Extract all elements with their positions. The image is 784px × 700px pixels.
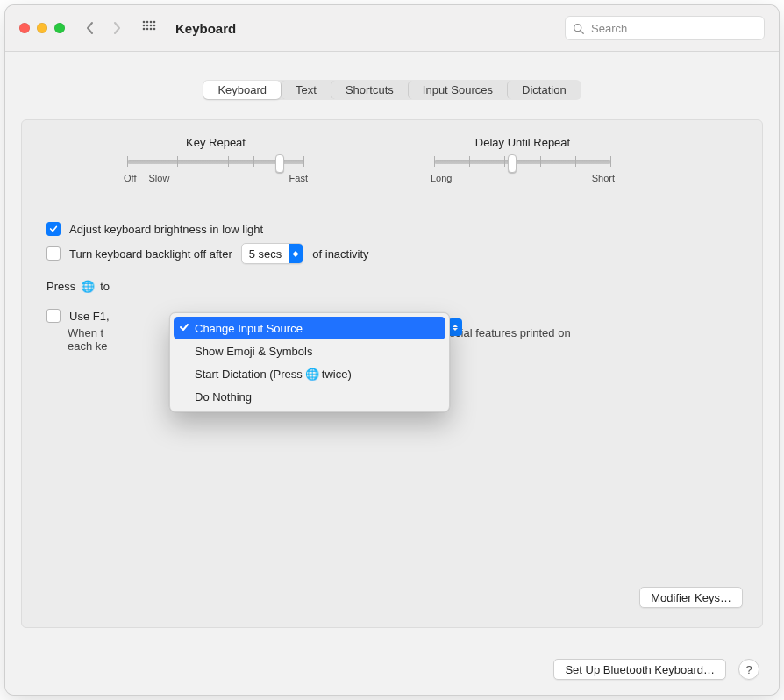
globe-key-icon: 🌐 xyxy=(305,368,319,381)
window-controls xyxy=(19,23,65,33)
svg-point-0 xyxy=(143,20,146,23)
svg-point-10 xyxy=(150,27,153,30)
use-fkeys-desc-part1: When t xyxy=(68,326,103,339)
tab-input-sources[interactable]: Input Sources xyxy=(408,81,507,99)
zoom-window-button[interactable] xyxy=(54,23,65,33)
checkmark-icon xyxy=(179,322,189,335)
key-repeat-slider[interactable] xyxy=(127,160,304,164)
use-fkeys-desc-line2: each ke xyxy=(68,339,108,353)
modifier-keys-button[interactable]: Modifier Keys… xyxy=(639,587,743,608)
key-repeat-label-slow: Slow xyxy=(148,173,169,183)
setup-bluetooth-keyboard-button[interactable]: Set Up Bluetooth Keyboard… xyxy=(553,659,726,680)
press-globe-menu: Change Input Source Show Emoji & Symbols… xyxy=(169,312,450,412)
grid-icon xyxy=(142,20,156,34)
menu-item-label: Change Input Source xyxy=(195,322,303,335)
key-repeat-label-off: Off xyxy=(124,173,136,183)
backlight-off-checkbox[interactable] xyxy=(46,246,61,261)
window-title: Keyboard xyxy=(175,21,236,36)
delay-until-repeat-slider[interactable] xyxy=(434,160,611,164)
delay-until-repeat-thumb[interactable] xyxy=(508,154,517,173)
tab-text[interactable]: Text xyxy=(281,81,331,99)
svg-point-11 xyxy=(153,27,156,30)
menu-item-label: Show Emoji & Symbols xyxy=(195,345,312,358)
menu-item-do-nothing[interactable]: Do Nothing xyxy=(174,385,445,408)
svg-point-9 xyxy=(146,27,149,30)
settings-panel: Key Repeat Off Slow Fast Delay Unti xyxy=(21,119,763,628)
menu-item-show-emoji-symbols[interactable]: Show Emoji & Symbols xyxy=(174,339,445,362)
svg-point-1 xyxy=(146,20,149,23)
forward-button[interactable] xyxy=(112,21,121,35)
press-globe-label-after: to xyxy=(100,280,110,293)
titlebar: Keyboard xyxy=(5,5,779,52)
key-repeat-thumb[interactable] xyxy=(275,154,284,173)
backlight-off-popup[interactable]: 5 secs xyxy=(241,243,304,264)
svg-point-5 xyxy=(146,24,149,26)
close-window-button[interactable] xyxy=(19,23,30,33)
press-globe-row: Press 🌐 to xyxy=(46,280,738,293)
tab-dictation[interactable]: Dictation xyxy=(507,81,581,99)
key-repeat-title: Key Repeat xyxy=(124,136,308,149)
delay-until-repeat-title: Delay Until Repeat xyxy=(431,136,615,149)
back-button[interactable] xyxy=(86,21,95,35)
prefpane-body: Keyboard Text Shortcuts Input Sources Di… xyxy=(5,52,779,695)
adjust-brightness-checkbox[interactable] xyxy=(46,222,61,236)
press-globe-popup-stepper-icon xyxy=(448,318,462,336)
sliders-row: Key Repeat Off Slow Fast Delay Unti xyxy=(46,136,738,183)
svg-point-4 xyxy=(143,24,146,26)
globe-key-icon: 🌐 xyxy=(81,280,95,293)
tab-shortcuts[interactable]: Shortcuts xyxy=(331,81,408,99)
chevron-left-icon xyxy=(86,21,95,35)
footer: Set Up Bluetooth Keyboard… ? xyxy=(5,659,779,680)
key-repeat-label-fast: Fast xyxy=(289,173,308,183)
adjust-brightness-row: Adjust keyboard brightness in low light xyxy=(46,222,738,236)
search-icon xyxy=(573,23,584,34)
backlight-off-popup-value: 5 secs xyxy=(249,247,282,261)
popup-stepper-icon xyxy=(289,244,303,263)
adjust-brightness-label: Adjust keyboard brightness in low light xyxy=(69,223,263,236)
svg-point-6 xyxy=(150,24,153,26)
delay-label-long: Long xyxy=(431,173,452,183)
menu-item-start-dictation[interactable]: Start Dictation (Press 🌐 twice) xyxy=(174,362,445,385)
backlight-off-label-before: Turn keyboard backlight off after xyxy=(69,247,232,261)
svg-point-7 xyxy=(153,24,156,26)
checkmark-icon xyxy=(49,225,58,233)
chevron-right-icon xyxy=(112,21,121,35)
help-button[interactable]: ? xyxy=(738,659,759,680)
delay-until-repeat-block: Delay Until Repeat Long Short xyxy=(431,136,615,183)
svg-point-2 xyxy=(150,20,153,23)
menu-item-label-prefix: Start Dictation (Press xyxy=(195,368,303,381)
menu-item-label: Do Nothing xyxy=(195,390,252,404)
search-input[interactable] xyxy=(589,21,757,36)
menu-item-label-suffix: twice) xyxy=(322,368,352,381)
use-fkeys-checkbox[interactable] xyxy=(46,309,61,323)
use-fkeys-label-part1: Use F1, xyxy=(69,310,110,323)
svg-point-3 xyxy=(153,20,156,23)
backlight-off-row: Turn keyboard backlight off after 5 secs… xyxy=(46,243,738,264)
svg-line-13 xyxy=(581,30,583,32)
system-preferences-window: Keyboard Keyboard Text Shortcuts Input S… xyxy=(5,5,779,695)
svg-point-8 xyxy=(143,27,146,30)
show-all-button[interactable] xyxy=(142,20,156,37)
tab-keyboard[interactable]: Keyboard xyxy=(203,81,281,99)
press-globe-label-before: Press xyxy=(46,280,75,293)
menu-item-change-input-source[interactable]: Change Input Source xyxy=(174,317,445,339)
backlight-off-label-after: of inactivity xyxy=(312,247,368,261)
tab-bar: Keyboard Text Shortcuts Input Sources Di… xyxy=(203,80,581,100)
search-field-wrap[interactable] xyxy=(565,16,765,40)
key-repeat-block: Key Repeat Off Slow Fast xyxy=(124,136,308,183)
delay-label-short: Short xyxy=(592,173,615,183)
minimize-window-button[interactable] xyxy=(37,23,47,33)
